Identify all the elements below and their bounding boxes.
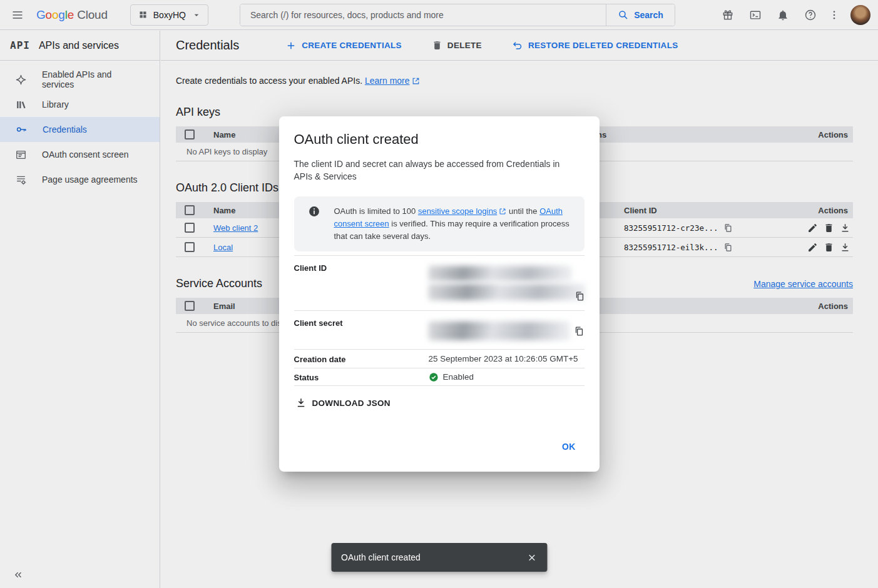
status-row: Status Enabled [294,368,584,386]
client-secret-label: Client secret [294,317,429,343]
snackbar: OAuth client created [331,543,547,572]
creation-date-value: 25 September 2023 at 10:26:05 GMT+5 [429,353,584,364]
dialog-description: The client ID and secret can always be a… [294,158,576,183]
copy-client-secret-button[interactable] [573,325,586,338]
client-secret-redacted-value [429,320,569,340]
external-link-icon [499,208,506,215]
oauth-client-created-dialog: OAuth client created The client ID and s… [279,116,600,472]
creation-date-label: Creation date [294,353,429,364]
sensitive-scope-logins-link[interactable]: sensitive scope logins [418,206,497,216]
snackbar-close-button[interactable] [521,546,543,569]
client-id-row: Client ID [294,255,584,310]
client-id-redacted-value [429,266,585,300]
check-circle-icon [429,372,439,382]
status-badge: Enabled [429,372,474,382]
creation-date-row: Creation date 25 September 2023 at 10:26… [294,349,584,368]
info-icon [308,205,320,243]
status-label: Status [294,372,429,382]
dialog-title: OAuth client created [294,131,584,148]
snackbar-message: OAuth client created [341,552,521,562]
copy-icon [574,291,585,302]
info-banner: OAuth is limited to 100 sensitive scope … [294,196,584,251]
copy-client-id-button[interactable] [573,290,586,303]
close-icon [527,552,538,563]
info-text: OAuth is limited to 100 sensitive scope … [334,205,574,243]
copy-icon [574,326,584,337]
client-id-label: Client ID [294,262,429,304]
download-json-button[interactable]: DOWNLOAD JSON [294,393,396,412]
ok-button[interactable]: OK [553,437,584,457]
download-icon [295,397,307,408]
client-secret-row: Client secret [294,310,584,349]
